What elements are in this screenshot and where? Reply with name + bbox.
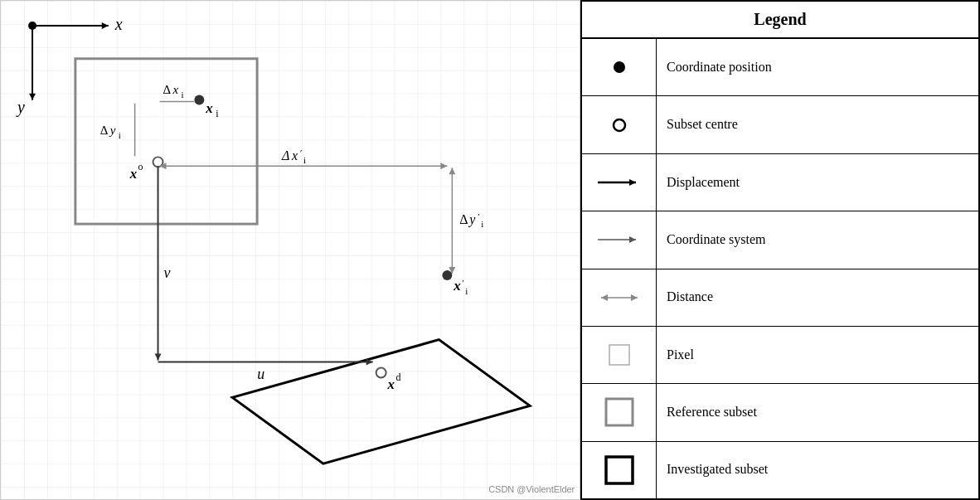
legend-label-subset-centre: Subset centre [657,116,978,133]
legend-label-pixel: Pixel [657,347,978,364]
svg-rect-61 [609,345,629,365]
svg-text:Δ: Δ [163,83,172,96]
legend-title: Legend [582,2,978,39]
svg-text:o: o [138,161,143,172]
legend-icon-displacement [582,154,657,211]
svg-text:y: y [16,98,25,117]
svg-text:i: i [303,155,306,165]
svg-text:i: i [465,286,468,296]
svg-text:d: d [396,371,401,383]
legend-row-coord-pos: Coordinate position [582,39,978,96]
svg-text:′: ′ [300,148,302,158]
svg-text:u: u [257,366,264,382]
svg-text:x: x [129,166,138,182]
legend-label-ref-subset: Reference subset [657,404,978,421]
legend-row-pixel: Pixel [582,327,978,384]
svg-rect-63 [606,457,633,483]
svg-point-38 [442,270,452,280]
svg-text:x: x [205,100,213,116]
legend-icon-coord-system [582,211,657,268]
svg-rect-1 [1,1,580,499]
legend-icon-inv-subset [582,442,657,498]
svg-point-53 [614,119,625,131]
diagram-area: x y x i x o Δ x i Δ y i [0,0,580,500]
svg-text:y: y [468,212,476,227]
legend-row-distance: Distance [582,269,978,327]
svg-text:i: i [481,219,483,229]
svg-text:i: i [119,130,121,140]
legend-row-coord-system: Coordinate system [582,211,978,269]
legend-label-coord-pos: Coordinate position [657,59,978,76]
svg-marker-55 [629,179,636,186]
svg-point-43 [376,368,386,378]
svg-text:′: ′ [478,211,479,221]
legend-label-displacement: Displacement [657,174,978,192]
svg-text:′: ′ [462,278,463,288]
legend-icon-pixel [582,327,657,383]
legend-row-displacement: Displacement [582,154,978,211]
svg-marker-57 [629,236,636,243]
svg-text:Δ: Δ [281,148,289,163]
svg-text:Δ: Δ [100,124,109,137]
svg-marker-59 [601,294,608,301]
legend-row-inv-subset: Investigated subset [582,442,978,498]
svg-point-52 [614,61,625,73]
legend-area: Legend Coordinate position Subset centre… [580,0,980,500]
legend-icon-ref-subset [582,384,657,440]
legend-row-subset-centre: Subset centre [582,96,978,153]
svg-point-10 [194,95,204,105]
svg-text:i: i [181,90,183,100]
svg-marker-60 [631,294,638,301]
svg-rect-62 [606,399,633,425]
legend-icon-subset-centre [582,96,657,153]
svg-text:x: x [387,376,395,392]
svg-text:Δ: Δ [459,212,468,226]
svg-text:y: y [109,124,116,137]
watermark-text: CSDN @ViolentElder [488,484,575,494]
legend-row-ref-subset: Reference subset [582,384,978,441]
svg-text:x: x [172,83,178,96]
svg-text:x: x [453,278,461,294]
legend-label-distance: Distance [657,289,978,306]
svg-text:x: x [114,15,123,33]
legend-icon-distance [582,269,657,326]
legend-label-coord-system: Coordinate system [657,231,978,249]
legend-label-inv-subset: Investigated subset [657,461,978,478]
svg-text:x: x [291,148,298,163]
legend-icon-coord-pos [582,39,657,95]
svg-text:v: v [164,265,171,281]
